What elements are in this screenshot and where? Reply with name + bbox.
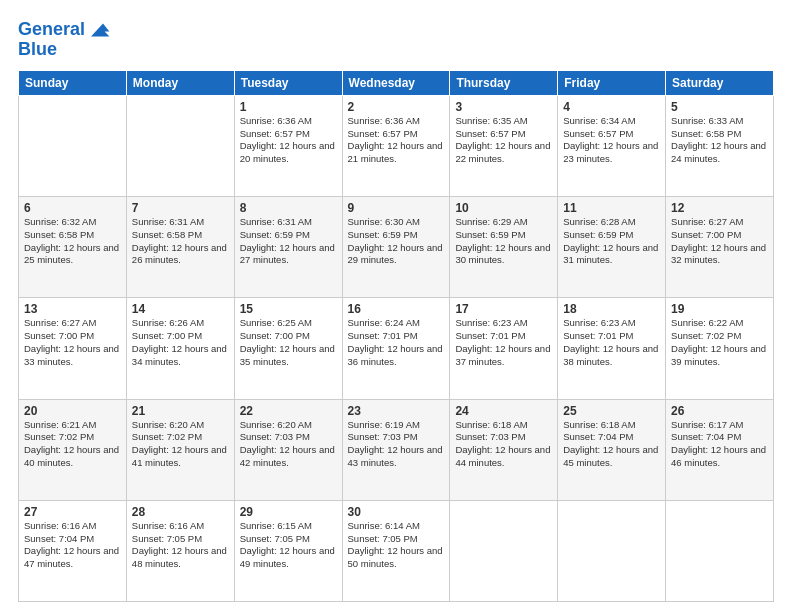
logo-icon [87,18,111,42]
day-number: 14 [132,302,229,316]
day-info: Sunrise: 6:36 AM Sunset: 6:57 PM Dayligh… [240,115,337,166]
day-info: Sunrise: 6:20 AM Sunset: 7:03 PM Dayligh… [240,419,337,470]
day-info: Sunrise: 6:31 AM Sunset: 6:58 PM Dayligh… [132,216,229,267]
day-number: 8 [240,201,337,215]
day-number: 28 [132,505,229,519]
day-info: Sunrise: 6:27 AM Sunset: 7:00 PM Dayligh… [24,317,121,368]
calendar-cell: 27Sunrise: 6:16 AM Sunset: 7:04 PM Dayli… [19,500,127,601]
calendar-cell: 18Sunrise: 6:23 AM Sunset: 7:01 PM Dayli… [558,298,666,399]
day-info: Sunrise: 6:18 AM Sunset: 7:04 PM Dayligh… [563,419,660,470]
calendar-table: SundayMondayTuesdayWednesdayThursdayFrid… [18,70,774,602]
day-header-monday: Monday [126,70,234,95]
day-number: 27 [24,505,121,519]
day-number: 19 [671,302,768,316]
day-number: 16 [348,302,445,316]
day-info: Sunrise: 6:24 AM Sunset: 7:01 PM Dayligh… [348,317,445,368]
day-info: Sunrise: 6:23 AM Sunset: 7:01 PM Dayligh… [563,317,660,368]
day-number: 10 [455,201,552,215]
day-info: Sunrise: 6:30 AM Sunset: 6:59 PM Dayligh… [348,216,445,267]
day-number: 7 [132,201,229,215]
day-number: 2 [348,100,445,114]
day-number: 18 [563,302,660,316]
day-info: Sunrise: 6:33 AM Sunset: 6:58 PM Dayligh… [671,115,768,166]
day-info: Sunrise: 6:14 AM Sunset: 7:05 PM Dayligh… [348,520,445,571]
day-number: 29 [240,505,337,519]
day-number: 12 [671,201,768,215]
calendar-cell: 8Sunrise: 6:31 AM Sunset: 6:59 PM Daylig… [234,197,342,298]
calendar-cell: 12Sunrise: 6:27 AM Sunset: 7:00 PM Dayli… [666,197,774,298]
day-number: 1 [240,100,337,114]
calendar-cell: 10Sunrise: 6:29 AM Sunset: 6:59 PM Dayli… [450,197,558,298]
logo-subtext: Blue [18,40,57,60]
calendar-cell: 6Sunrise: 6:32 AM Sunset: 6:58 PM Daylig… [19,197,127,298]
day-info: Sunrise: 6:34 AM Sunset: 6:57 PM Dayligh… [563,115,660,166]
calendar-cell: 20Sunrise: 6:21 AM Sunset: 7:02 PM Dayli… [19,399,127,500]
day-number: 20 [24,404,121,418]
day-info: Sunrise: 6:28 AM Sunset: 6:59 PM Dayligh… [563,216,660,267]
calendar-cell: 9Sunrise: 6:30 AM Sunset: 6:59 PM Daylig… [342,197,450,298]
day-header-friday: Friday [558,70,666,95]
day-number: 4 [563,100,660,114]
day-info: Sunrise: 6:15 AM Sunset: 7:05 PM Dayligh… [240,520,337,571]
calendar-cell: 1Sunrise: 6:36 AM Sunset: 6:57 PM Daylig… [234,95,342,196]
calendar-cell: 30Sunrise: 6:14 AM Sunset: 7:05 PM Dayli… [342,500,450,601]
day-number: 26 [671,404,768,418]
day-info: Sunrise: 6:35 AM Sunset: 6:57 PM Dayligh… [455,115,552,166]
day-info: Sunrise: 6:29 AM Sunset: 6:59 PM Dayligh… [455,216,552,267]
day-number: 3 [455,100,552,114]
calendar-cell [19,95,127,196]
day-info: Sunrise: 6:23 AM Sunset: 7:01 PM Dayligh… [455,317,552,368]
calendar-cell: 7Sunrise: 6:31 AM Sunset: 6:58 PM Daylig… [126,197,234,298]
day-info: Sunrise: 6:31 AM Sunset: 6:59 PM Dayligh… [240,216,337,267]
day-header-tuesday: Tuesday [234,70,342,95]
day-header-wednesday: Wednesday [342,70,450,95]
day-info: Sunrise: 6:16 AM Sunset: 7:05 PM Dayligh… [132,520,229,571]
calendar-cell: 22Sunrise: 6:20 AM Sunset: 7:03 PM Dayli… [234,399,342,500]
calendar-cell: 25Sunrise: 6:18 AM Sunset: 7:04 PM Dayli… [558,399,666,500]
day-number: 17 [455,302,552,316]
calendar-cell [126,95,234,196]
day-info: Sunrise: 6:27 AM Sunset: 7:00 PM Dayligh… [671,216,768,267]
calendar-cell: 16Sunrise: 6:24 AM Sunset: 7:01 PM Dayli… [342,298,450,399]
day-number: 22 [240,404,337,418]
day-info: Sunrise: 6:26 AM Sunset: 7:00 PM Dayligh… [132,317,229,368]
calendar-cell: 5Sunrise: 6:33 AM Sunset: 6:58 PM Daylig… [666,95,774,196]
day-number: 25 [563,404,660,418]
day-info: Sunrise: 6:25 AM Sunset: 7:00 PM Dayligh… [240,317,337,368]
day-info: Sunrise: 6:19 AM Sunset: 7:03 PM Dayligh… [348,419,445,470]
day-number: 6 [24,201,121,215]
calendar-cell: 11Sunrise: 6:28 AM Sunset: 6:59 PM Dayli… [558,197,666,298]
day-info: Sunrise: 6:22 AM Sunset: 7:02 PM Dayligh… [671,317,768,368]
day-info: Sunrise: 6:21 AM Sunset: 7:02 PM Dayligh… [24,419,121,470]
calendar-cell: 23Sunrise: 6:19 AM Sunset: 7:03 PM Dayli… [342,399,450,500]
calendar-cell: 21Sunrise: 6:20 AM Sunset: 7:02 PM Dayli… [126,399,234,500]
day-info: Sunrise: 6:17 AM Sunset: 7:04 PM Dayligh… [671,419,768,470]
calendar-cell: 15Sunrise: 6:25 AM Sunset: 7:00 PM Dayli… [234,298,342,399]
calendar-cell: 17Sunrise: 6:23 AM Sunset: 7:01 PM Dayli… [450,298,558,399]
svg-marker-0 [91,24,109,37]
day-number: 13 [24,302,121,316]
calendar-cell: 13Sunrise: 6:27 AM Sunset: 7:00 PM Dayli… [19,298,127,399]
day-info: Sunrise: 6:18 AM Sunset: 7:03 PM Dayligh… [455,419,552,470]
calendar-cell: 24Sunrise: 6:18 AM Sunset: 7:03 PM Dayli… [450,399,558,500]
calendar-cell: 4Sunrise: 6:34 AM Sunset: 6:57 PM Daylig… [558,95,666,196]
day-number: 24 [455,404,552,418]
day-header-saturday: Saturday [666,70,774,95]
calendar-cell [450,500,558,601]
day-number: 11 [563,201,660,215]
page: General Blue SundayMondayTuesdayWednesda… [0,0,792,612]
header: General Blue [18,18,774,60]
logo-text: General [18,20,85,40]
day-info: Sunrise: 6:16 AM Sunset: 7:04 PM Dayligh… [24,520,121,571]
day-header-thursday: Thursday [450,70,558,95]
day-header-sunday: Sunday [19,70,127,95]
calendar-cell: 29Sunrise: 6:15 AM Sunset: 7:05 PM Dayli… [234,500,342,601]
day-number: 15 [240,302,337,316]
day-number: 5 [671,100,768,114]
day-info: Sunrise: 6:36 AM Sunset: 6:57 PM Dayligh… [348,115,445,166]
day-number: 23 [348,404,445,418]
calendar-cell: 26Sunrise: 6:17 AM Sunset: 7:04 PM Dayli… [666,399,774,500]
day-number: 9 [348,201,445,215]
day-number: 30 [348,505,445,519]
day-number: 21 [132,404,229,418]
